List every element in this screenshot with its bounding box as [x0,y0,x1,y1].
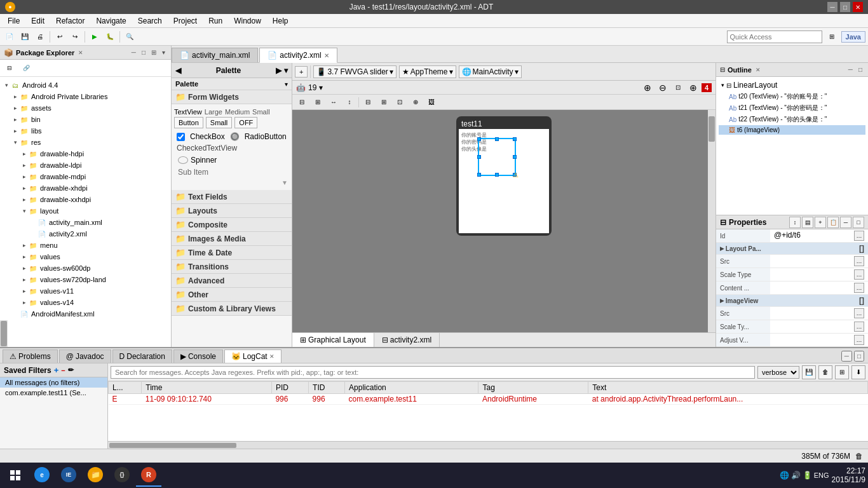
tree-item[interactable]: ▸📁drawable-xxhdpi [3,194,168,205]
log-table[interactable]: L... Time PID TID Application Tag Text E [108,381,868,441]
palette-section-form-widgets[interactable]: 📁 Form Widgets [172,90,292,104]
layout-icon-1[interactable]: ⊟ [295,95,309,109]
canvas-scrollbar[interactable] [708,110,715,332]
props-max-btn[interactable]: □ [853,217,864,228]
palette-section-other[interactable]: 📁 Other [172,288,292,302]
zoom-in-btn[interactable]: ⊕ [641,81,654,95]
palette-section-composite[interactable]: 📁 Composite [172,218,292,232]
menu-file[interactable]: File [3,15,25,27]
log-clear-btn[interactable]: 🗑 [818,365,832,379]
tree-item[interactable]: ▸📁bin [3,114,168,125]
prop-scale-ty-value[interactable]: … [770,320,868,334]
menu-help[interactable]: Help [268,15,294,27]
palette-section-transitions[interactable]: 📁 Transitions [172,260,292,274]
tab-declaration[interactable]: D Declaration [112,349,172,363]
tree-item[interactable]: ▾📁res [3,137,168,148]
taskbar-app-2[interactable]: IE [56,464,81,487]
panel-menu-icon[interactable]: ▾ [160,48,167,57]
tree-item[interactable]: ▸📁drawable-xhdpi [3,182,168,194]
device-dropdown[interactable]: 📱 3.7 FWVGA slider ▾ [313,65,396,78]
start-button[interactable] [3,463,28,488]
handle-bc[interactable] [495,173,499,177]
menu-search[interactable]: Search [133,15,167,27]
props-add-btn[interactable]: + [815,217,826,228]
tab-activity-main[interactable]: 📄 activity_main.xml [172,48,258,62]
handle-tl[interactable] [477,137,481,141]
tree-item[interactable]: 🖼ic_launcher-web.png [3,320,168,320]
save-button[interactable]: 💾 [18,30,32,44]
filter-add-btn[interactable]: + [54,365,59,375]
checkbox-widget[interactable] [177,133,185,141]
log-save-btn[interactable]: 💾 [802,365,816,379]
table-row[interactable]: E 11-09 09:10:12.740 996 996 com.example… [109,394,868,405]
zoom-reset-btn[interactable]: ⊕ [686,81,700,95]
panel-new-icon[interactable]: ⊞ [149,48,158,57]
filter-test11[interactable]: com.example.test11 (Se... [0,388,107,398]
palette-section-time-date[interactable]: 📁 Time & Date [172,246,292,260]
tree-item[interactable]: ▸📁values-v11 [3,285,168,297]
tab-logcat[interactable]: 🐱 LogCat ✕ [224,349,281,363]
battery-icon[interactable]: 🔋 [803,471,812,480]
theme-dropdown[interactable]: ★ AppTheme ▾ [399,65,456,78]
prop-scale-type-edit-btn[interactable]: … [854,269,864,280]
network-icon[interactable]: 🌐 [780,471,789,480]
prop-src-top-value[interactable]: … [770,255,868,268]
button-widget[interactable]: Button [174,117,203,128]
props-copy-btn[interactable]: 📋 [827,217,839,228]
tab-activity2[interactable]: 📄 activity2.xml ✕ [259,48,337,63]
redo-button[interactable]: ↪ [68,30,82,44]
activity2-xml-tab[interactable]: ⊟ activity2.xml [374,333,440,347]
filter-all-messages[interactable]: All messages (no filters) [0,377,107,388]
filter-remove-btn[interactable]: − [61,367,65,374]
palette-section-advanced[interactable]: 📁 Advanced [172,274,292,288]
palette-right-arrow[interactable]: ▶ [276,66,281,75]
layout-icon-3[interactable]: ↔ [327,95,341,109]
close-button[interactable]: ✕ [853,2,863,12]
taskbar-app-4[interactable]: {} [109,464,135,487]
file-tree[interactable]: ▾🗂Android 4.4▸📁Android Private Libraries… [0,77,171,320]
taskbar-app-1[interactable]: e [29,464,55,487]
java-perspective-badge[interactable]: Java [841,31,865,43]
collapse-all-btn[interactable]: ⊟ [3,61,17,75]
small-button-widget[interactable]: Small [206,117,233,128]
undo-button[interactable]: ↩ [53,30,67,44]
tree-item[interactable]: ▸📁assets [3,102,168,114]
props-group-layout[interactable]: ▸ Layout Pa... [] [716,243,868,255]
layout-icon-6[interactable]: ⊞ [377,95,391,109]
handle-ml[interactable] [477,155,481,159]
tree-item[interactable]: 📄activity_main.xml [3,217,168,228]
menu-project[interactable]: Project [168,15,202,27]
gc-icon[interactable]: 🗑 [855,452,863,461]
layout-icon-7[interactable]: ⊡ [393,95,407,109]
handle-mr[interactable] [513,155,517,159]
tree-item[interactable]: ▸📁values [3,251,168,262]
tree-item[interactable]: ▸📁values-sw600dp [3,262,168,274]
prop-content-edit-btn[interactable]: … [854,283,864,293]
selected-imageview[interactable]: ⚠ [478,138,516,176]
tree-item[interactable]: ▸📁values-v14 [3,297,168,308]
palette-section-images-media[interactable]: 📁 Images & Media [172,232,292,246]
layout-icon-8[interactable]: ⊕ [409,95,423,109]
outline-item-linearlayout[interactable]: ▾ ⊟ LinearLayout [719,79,865,91]
palette-menu-icon[interactable]: ▾ [284,66,288,75]
menu-window[interactable]: Window [229,15,266,27]
maximize-button[interactable]: □ [840,2,850,12]
palette-section-layouts[interactable]: 📁 Layouts [172,204,292,218]
sound-icon[interactable]: 🔊 [791,471,801,480]
props-filter-btn[interactable]: ▤ [802,217,813,228]
tree-item[interactable]: 📄AndroidManifest.xml [3,308,168,320]
outline-max-icon[interactable]: □ [857,65,864,74]
perspective-button[interactable]: ⊞ [825,30,839,44]
search-btn[interactable]: 🔍 [123,30,137,44]
add-file-button[interactable]: + [295,66,308,78]
tree-item[interactable]: ▸📁drawable-hdpi [3,148,168,159]
tree-item[interactable]: ▸📁drawable-mdpi [3,171,168,182]
tab-console[interactable]: ▶ Console [173,349,223,363]
filter-edit-btn[interactable]: ✏ [68,366,74,374]
prop-id-edit-btn[interactable]: … [854,231,864,241]
tree-item[interactable]: ▸📁drawable-ldpi [3,159,168,171]
log-level-select[interactable]: verbose debug info warn error [757,366,799,379]
log-panel-min-btn[interactable]: ─ [841,351,852,362]
outline-item-t20[interactable]: Ab t20 (TextView) - "你的账号是：" [719,91,865,102]
handle-tr[interactable] [513,137,517,141]
